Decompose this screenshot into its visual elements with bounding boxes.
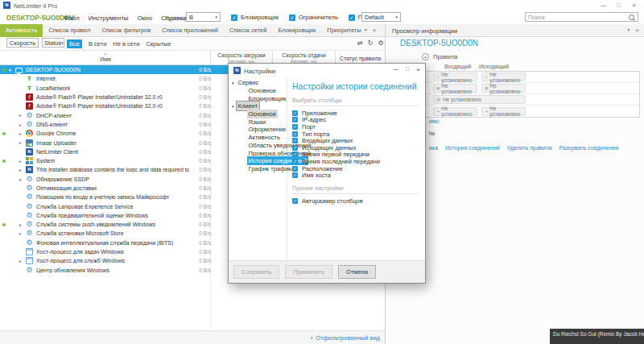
rule-badge[interactable]: Не установлено — [481, 73, 526, 81]
state-filter[interactable]: В сети — [89, 40, 106, 48]
download-speed: 0 B/s — [190, 258, 211, 263]
settings-tree-item[interactable]: График трафика — [229, 165, 287, 173]
action-link[interactable]: ика — [429, 145, 438, 151]
expand-arrow-icon[interactable] — [19, 168, 22, 172]
units-dropdown[interactable]: B — [186, 12, 221, 22]
dialog-button[interactable]: Отмена — [338, 265, 376, 279]
checkbox-checked-icon[interactable] — [292, 124, 298, 130]
online-dot — [2, 132, 6, 135]
info-panel-title[interactable]: DESKTOP-5UO0D0N — [400, 39, 478, 48]
rule-badge[interactable]: Не установлено — [481, 84, 526, 93]
column-checkbox-row[interactable]: Исходящих данных — [292, 144, 419, 151]
dialog-button[interactable]: Сохранить — [233, 265, 279, 279]
close-icon[interactable] — [626, 1, 642, 10]
column-header-upload[interactable]: Скорость отдачи Автомат. ед. — [273, 51, 335, 64]
tab[interactable]: Список фильтров — [96, 24, 156, 37]
expand-arrow-icon[interactable] — [19, 159, 22, 164]
checkbox-checked-icon[interactable] — [292, 131, 298, 137]
rule-badge[interactable]: Не установлено — [433, 95, 526, 104]
column-checkbox-row[interactable]: IP-адрес — [292, 117, 419, 124]
close-icon[interactable] — [373, 27, 377, 33]
expand-arrow-icon[interactable] — [19, 131, 22, 136]
chevron-down-icon[interactable] — [365, 27, 367, 33]
checkbox-checked-icon[interactable] — [292, 172, 298, 178]
column-header-name[interactable]: Имя — [0, 51, 211, 66]
column-header-download[interactable]: Скорость загрузки Автомат. ед. — [211, 51, 272, 64]
transfer-arrows-icon[interactable] — [357, 39, 363, 47]
feature-toggle[interactable]: Блокировщик — [231, 14, 279, 21]
gear-icon[interactable] — [378, 39, 383, 47]
search-input[interactable] — [526, 14, 629, 21]
dialog-button[interactable]: Применить — [285, 265, 332, 279]
column-checkbox-row[interactable]: Время первой передачи — [292, 151, 419, 159]
expand-arrow-icon[interactable] — [19, 122, 22, 127]
rule-badge[interactable]: Не установлено — [481, 107, 526, 116]
action-link[interactable]: Удалить правила — [507, 145, 552, 151]
checkbox-checked-icon[interactable] — [292, 117, 298, 122]
checkbox-checked-icon[interactable] — [292, 110, 298, 116]
filtered-view-link[interactable]: Отфильтрованный вид — [311, 334, 380, 342]
checkbox-checked-icon[interactable] — [292, 166, 298, 172]
speed-button[interactable]: Скорость — [6, 38, 39, 48]
close-icon[interactable] — [635, 27, 639, 33]
menu-item[interactable]: Инструменты — [89, 15, 129, 22]
tab[interactable]: Список правил — [43, 24, 96, 37]
clipped-link-fragment[interactable]: имо — [429, 118, 440, 124]
checkbox-checked-icon[interactable] — [292, 151, 298, 157]
column-checkbox-row[interactable]: Имя хоста — [292, 172, 419, 179]
tab[interactable]: Список сетей — [224, 24, 272, 37]
tab[interactable]: Активность — [0, 24, 43, 37]
expand-arrow-icon[interactable] — [19, 113, 22, 118]
menu-item[interactable]: Окно — [138, 15, 153, 22]
checkbox-checked-icon[interactable] — [292, 159, 298, 164]
state-filter[interactable]: Все — [67, 39, 82, 48]
column-checkbox-row[interactable]: Входящих данных — [292, 137, 419, 144]
action-link[interactable]: История соединений — [445, 145, 500, 151]
rule-badge[interactable]: Не установлено — [433, 107, 477, 116]
expand-arrow-icon[interactable] — [19, 177, 22, 182]
expand-arrow-icon[interactable] — [9, 68, 11, 73]
tab[interactable]: Приоритеты — [321, 24, 366, 37]
autosize-checkbox-row[interactable]: Авторазмер столбцов — [292, 197, 419, 205]
tab[interactable]: Список приложений — [156, 24, 224, 37]
maximize-icon[interactable] — [406, 66, 409, 73]
feature-toggle[interactable]: Ограничитель — [289, 14, 338, 21]
menu-item[interactable]: Файл — [64, 15, 80, 22]
column-checkbox-row[interactable]: Время последней передачи — [292, 158, 419, 165]
refresh-icon[interactable] — [368, 39, 374, 47]
column-checkbox-row[interactable]: Тип порта — [292, 131, 419, 138]
collapse-up-icon[interactable] — [422, 53, 429, 60]
column-checkbox-row[interactable]: Расположение — [292, 165, 419, 172]
checkbox-checked-icon[interactable] — [292, 198, 298, 204]
state-filter[interactable]: Скрытые — [146, 40, 171, 48]
column-checkbox-row[interactable]: Порт — [292, 123, 419, 131]
checkbox-checked-icon[interactable] — [289, 15, 295, 21]
rule-badge[interactable]: Не установлено — [433, 73, 477, 81]
chevron-down-icon[interactable] — [628, 27, 630, 33]
expand-arrow-icon[interactable] — [19, 140, 22, 145]
maximize-icon[interactable] — [611, 1, 626, 10]
column-header-rule-status[interactable]: Статус правила — [336, 51, 385, 61]
state-filter[interactable]: Не в сети — [113, 40, 139, 48]
rules-section-header[interactable]: Правила — [422, 53, 457, 60]
expand-arrow-icon[interactable] — [19, 231, 22, 236]
checkbox-checked-icon[interactable] — [349, 15, 355, 21]
tab[interactable]: Блокировщик — [272, 24, 321, 37]
checkbox-checked-icon[interactable] — [292, 138, 298, 143]
tab-info-view[interactable]: Просмотр информации — [392, 27, 457, 35]
profile-dropdown[interactable]: Default — [361, 12, 401, 22]
dialog-titlebar[interactable]: Настройки — [229, 64, 425, 77]
close-icon[interactable] — [416, 66, 420, 73]
search-icon[interactable] — [629, 15, 634, 20]
column-checkbox-row[interactable]: Приложение — [292, 110, 419, 117]
checkbox-checked-icon[interactable] — [231, 15, 237, 21]
expand-arrow-icon[interactable] — [19, 222, 22, 227]
rule-badge[interactable]: Не установлено — [433, 84, 477, 93]
action-link[interactable]: Разорвать соединения — [559, 145, 619, 151]
checkbox-checked-icon[interactable] — [292, 145, 298, 151]
status-dropdown[interactable]: Status — [42, 38, 64, 48]
minimize-icon[interactable] — [393, 66, 398, 73]
minimize-icon[interactable] — [596, 1, 611, 10]
search-box[interactable] — [525, 12, 638, 22]
expand-arrow-icon[interactable] — [19, 259, 22, 263]
